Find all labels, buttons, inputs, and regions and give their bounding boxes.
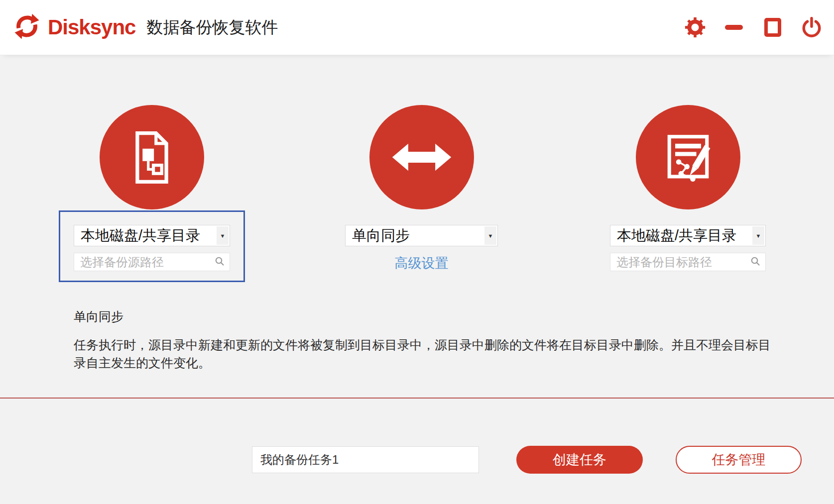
target-fields: 本地磁盘/共享目录 ▼ <box>595 210 781 282</box>
advanced-settings-row: 高级设置 <box>345 254 498 272</box>
sync-mode-dropdown[interactable]: 单向同步 ▼ <box>345 225 498 246</box>
brand-name: Disksync <box>48 15 135 39</box>
source-document-icon <box>100 105 204 209</box>
window-controls <box>684 16 823 38</box>
dropdown-arrow-icon: ▼ <box>217 226 229 245</box>
create-task-button[interactable]: 创建任务 <box>516 446 643 474</box>
search-icon[interactable] <box>215 256 225 268</box>
title-bar: Disksync 数据备份恢复软件 <box>0 0 834 55</box>
search-icon[interactable] <box>750 256 760 268</box>
mode-info-section: 单向同步 任务执行时，源目录中新建和更新的文件将被复制到目标目录中，源目录中删除… <box>74 308 834 372</box>
manage-tasks-button[interactable]: 任务管理 <box>676 446 802 474</box>
red-divider <box>0 398 834 399</box>
source-column: 本地磁盘/共享目录 ▼ <box>59 105 245 283</box>
target-edit-report-icon <box>636 105 740 209</box>
sync-mode-fields: 单向同步 ▼ 高级设置 <box>330 210 513 283</box>
app-title: 数据备份恢复软件 <box>146 16 278 39</box>
mode-info-description: 任务执行时，源目录中新建和更新的文件将被复制到目标目录中，源目录中删除的文件将在… <box>74 336 772 372</box>
dropdown-arrow-icon: ▼ <box>484 226 496 245</box>
target-path-box <box>610 253 766 271</box>
source-type-value: 本地磁盘/共享目录 <box>74 226 217 246</box>
sync-mode-column: 单向同步 ▼ 高级设置 <box>330 105 513 283</box>
mode-info-heading: 单向同步 <box>74 308 834 325</box>
settings-gear-icon[interactable] <box>684 16 706 38</box>
source-path-box <box>74 253 230 271</box>
disksync-window: Disksync 数据备份恢复软件 <box>0 0 834 504</box>
target-path-input[interactable] <box>610 255 750 269</box>
sync-mode-value: 单向同步 <box>346 226 484 246</box>
footer-action-bar: 创建任务 任务管理 <box>252 446 834 474</box>
target-type-value: 本地磁盘/共享目录 <box>610 226 752 246</box>
two-way-arrow-icon <box>369 105 474 209</box>
maximize-square <box>764 18 781 37</box>
sync-logo-icon <box>13 12 41 42</box>
source-type-dropdown[interactable]: 本地磁盘/共享目录 ▼ <box>74 225 230 246</box>
task-name-input[interactable] <box>252 446 479 473</box>
maximize-icon[interactable] <box>762 16 784 38</box>
power-close-icon[interactable] <box>801 16 823 38</box>
minimize-icon[interactable] <box>723 16 745 38</box>
target-type-dropdown[interactable]: 本地磁盘/共享目录 ▼ <box>610 225 766 246</box>
advanced-settings-link[interactable]: 高级设置 <box>395 256 449 271</box>
task-setup-columns: 本地磁盘/共享目录 ▼ <box>59 105 834 283</box>
source-fields-highlight-box: 本地磁盘/共享目录 ▼ <box>59 210 245 282</box>
minimize-bar <box>725 25 743 30</box>
dropdown-arrow-icon: ▼ <box>752 226 764 245</box>
target-column: 本地磁盘/共享目录 ▼ <box>595 105 781 283</box>
source-path-input[interactable] <box>74 255 215 269</box>
